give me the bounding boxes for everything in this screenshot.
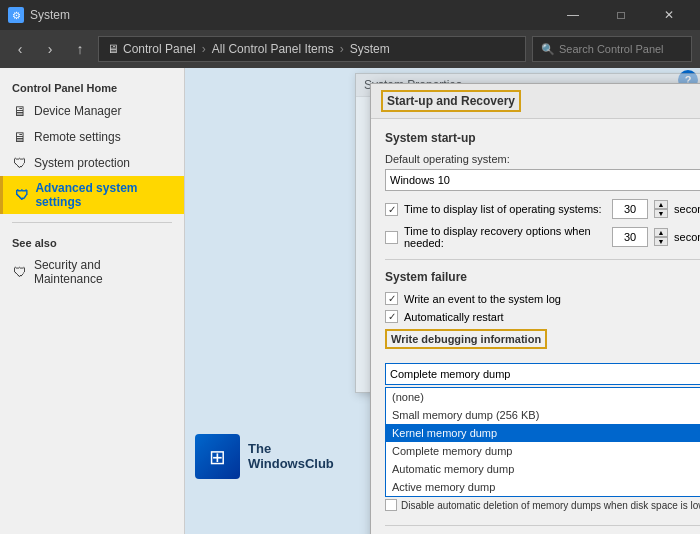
sidebar: Control Panel Home 🖥 Device Manager 🖥 Re…: [0, 68, 185, 534]
dialog-title: Start-up and Recovery: [381, 90, 521, 112]
breadcrumb[interactable]: 🖥 Control Panel › All Control Panel Item…: [98, 36, 526, 62]
time-display-unit: seconds: [674, 203, 700, 215]
auto-restart-row: ✓ Automatically restart: [385, 310, 700, 323]
time-recovery-up[interactable]: ▲: [654, 228, 668, 237]
system-startup-header: System start-up: [385, 131, 700, 145]
right-content-area: ? dows 10 50 GHz 🛡 Change settings ⊞ The…: [185, 68, 700, 534]
up-button[interactable]: ↑: [68, 37, 92, 61]
breadcrumb-item-3: System: [350, 42, 390, 56]
dialog-title-bar: Start-up and Recovery ✕: [371, 84, 700, 119]
time-recovery-down[interactable]: ▼: [654, 237, 668, 246]
breadcrumb-item-1: Control Panel: [123, 42, 196, 56]
minimize-button[interactable]: —: [550, 0, 596, 30]
title-bar-controls: — □ ✕: [550, 0, 692, 30]
dropdown-item-small[interactable]: Small memory dump (256 KB): [386, 406, 700, 424]
maximize-button[interactable]: □: [598, 0, 644, 30]
time-display-label: Time to display list of operating system…: [404, 203, 606, 215]
security-icon: 🛡: [12, 264, 28, 280]
search-placeholder: Search Control Panel: [559, 43, 664, 55]
back-button[interactable]: ‹: [8, 37, 32, 61]
search-icon: 🔍: [541, 43, 555, 56]
default-os-select[interactable]: Windows 10 ▼: [385, 169, 700, 191]
section-divider-1: [385, 259, 700, 260]
sidebar-item-protection-label: System protection: [34, 156, 130, 170]
advanced-system-icon: 🛡: [15, 187, 29, 203]
breadcrumb-sep-2: ›: [340, 42, 344, 56]
disable-auto-checkbox[interactable]: [385, 499, 397, 511]
windowsclub-icon: ⊞: [195, 434, 240, 479]
sidebar-item-system-protection[interactable]: 🛡 System protection: [0, 150, 184, 176]
startup-recovery-dialog: Start-up and Recovery ✕ System start-up …: [370, 83, 700, 534]
time-display-checkbox[interactable]: ✓: [385, 203, 398, 216]
sidebar-item-remote-label: Remote settings: [34, 130, 121, 144]
breadcrumb-icon: 🖥: [107, 42, 119, 56]
auto-restart-checkbox[interactable]: ✓: [385, 310, 398, 323]
time-display-up[interactable]: ▲: [654, 200, 668, 209]
close-button[interactable]: ✕: [646, 0, 692, 30]
time-display-group: ✓ Time to display list of operating syst…: [385, 199, 700, 219]
sidebar-item-remote-settings[interactable]: 🖥 Remote settings: [0, 124, 184, 150]
app-icon: ⚙: [8, 7, 24, 23]
sidebar-item-device-manager-label: Device Manager: [34, 104, 121, 118]
remote-settings-icon: 🖥: [12, 129, 28, 145]
dump-type-value: Complete memory dump: [390, 368, 510, 380]
sidebar-item-advanced-label: Advanced system settings: [35, 181, 172, 209]
time-display-spinner: ▲ ▼: [654, 200, 668, 218]
dump-type-container: Complete memory dump ▼ (none) Small memo…: [385, 363, 700, 497]
disable-auto-row: Disable automatic deletion of memory dum…: [385, 499, 700, 511]
sidebar-item-security[interactable]: 🛡 Security and Maintenance: [0, 253, 184, 291]
address-bar: ‹ › ↑ 🖥 Control Panel › All Control Pane…: [0, 30, 700, 68]
see-also-title: See also: [0, 231, 184, 253]
windowsclub-logo-area: ⊞ The WindowsClub: [195, 434, 334, 479]
debug-info-label: Write debugging information: [385, 329, 547, 349]
dialog-buttons: OK Cancel: [385, 525, 700, 534]
disable-auto-label: Disable automatic deletion of memory dum…: [401, 500, 700, 511]
write-event-label: Write an event to the system log: [404, 293, 561, 305]
sidebar-item-advanced-system[interactable]: 🛡 Advanced system settings: [0, 176, 184, 214]
time-display-input[interactable]: 30: [612, 199, 648, 219]
search-box[interactable]: 🔍 Search Control Panel: [532, 36, 692, 62]
time-recovery-input[interactable]: 30: [612, 227, 648, 247]
dropdown-item-complete[interactable]: Complete memory dump: [386, 442, 700, 460]
windowsclub-text: The WindowsClub: [248, 442, 334, 471]
dump-type-select[interactable]: Complete memory dump ▼: [385, 363, 700, 385]
main-content: Control Panel Home 🖥 Device Manager 🖥 Re…: [0, 68, 700, 534]
title-bar-text: System: [30, 8, 70, 22]
dropdown-item-active[interactable]: Active memory dump: [386, 478, 700, 496]
time-recovery-spinner: ▲ ▼: [654, 228, 668, 246]
breadcrumb-sep-1: ›: [202, 42, 206, 56]
system-protection-icon: 🛡: [12, 155, 28, 171]
time-recovery-checkbox[interactable]: [385, 231, 398, 244]
sidebar-item-security-label: Security and Maintenance: [34, 258, 172, 286]
forward-button[interactable]: ›: [38, 37, 62, 61]
time-display-down[interactable]: ▼: [654, 209, 668, 218]
write-event-row: ✓ Write an event to the system log: [385, 292, 700, 305]
write-event-checkbox[interactable]: ✓: [385, 292, 398, 305]
auto-restart-label: Automatically restart: [404, 311, 504, 323]
sidebar-divider: [12, 222, 172, 223]
dropdown-item-none[interactable]: (none): [386, 388, 700, 406]
sidebar-item-device-manager[interactable]: 🖥 Device Manager: [0, 98, 184, 124]
sidebar-title: Control Panel Home: [0, 76, 184, 98]
default-os-label: Default operating system:: [385, 153, 700, 165]
system-failure-header: System failure: [385, 270, 700, 284]
dropdown-item-automatic[interactable]: Automatic memory dump: [386, 460, 700, 478]
default-os-value: Windows 10: [390, 174, 450, 186]
dropdown-item-kernel[interactable]: Kernel memory dump: [386, 424, 700, 442]
title-bar: ⚙ System — □ ✕: [0, 0, 700, 30]
time-recovery-group: Time to display recovery options when ne…: [385, 225, 700, 249]
default-os-group: Default operating system: Windows 10 ▼: [385, 153, 700, 191]
device-manager-icon: 🖥: [12, 103, 28, 119]
dialog-body: System start-up Default operating system…: [371, 119, 700, 534]
breadcrumb-item-2: All Control Panel Items: [212, 42, 334, 56]
time-recovery-label: Time to display recovery options when ne…: [404, 225, 606, 249]
time-recovery-unit: seconds: [674, 231, 700, 243]
dump-type-dropdown: (none) Small memory dump (256 KB) Kernel…: [385, 387, 700, 497]
